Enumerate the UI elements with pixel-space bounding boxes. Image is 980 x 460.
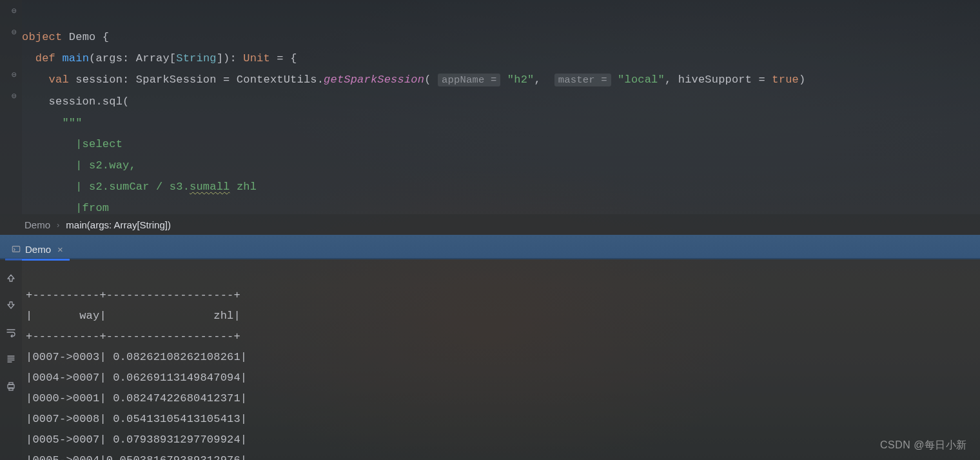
code-string: "local" [618,74,665,86]
console-line: +----------+-------------------+ [26,330,240,343]
console-line: |0005->0004|0.050381679389312976| [26,454,247,460]
breadcrumb-item[interactable]: main(args: Array[String]) [66,219,171,230]
fold-marker-icon[interactable]: ⊖ [12,92,17,101]
fold-marker-icon[interactable]: ⊖ [12,28,17,37]
code-line: session.sql( [49,95,130,108]
console-toolbar [0,259,22,460]
code-keyword: val [49,74,69,86]
run-tab-label: Demo [25,244,51,255]
console-output[interactable]: +----------+-------------------+ | way| … [26,265,967,460]
svg-rect-3 [9,388,13,390]
svg-rect-0 [12,246,19,252]
scroll-to-end-icon[interactable] [4,352,18,366]
console-line: |0000->0001| 0.08247422680412371| [26,392,247,405]
run-tab-demo[interactable]: Demo × [5,239,70,259]
code-string: """ [62,117,82,129]
fold-marker-icon[interactable]: ⊖ [12,7,17,15]
down-stack-icon[interactable] [4,298,18,312]
code-editor[interactable]: object Demo { def main(args: Array[Strin… [22,5,967,214]
console-line: |0007->0008| 0.05413105413105413| [26,413,247,425]
fold-marker-icon[interactable]: ⊖ [12,71,17,79]
svg-rect-2 [9,383,13,385]
editor-gutter[interactable]: ⊖ ⊖ ⊖ ⊖ [0,0,22,214]
chevron-right-icon: › [57,220,59,230]
up-stack-icon[interactable] [4,271,18,285]
code-function: main [62,52,89,65]
console-line: |0007->0003| 0.08262108262108261| [26,351,247,363]
run-tool-window-header: Demo × [0,235,980,259]
parameter-hint: appName = [438,74,501,86]
code-identifier: Demo [69,31,96,43]
watermark: CSDN @每日小新 [880,439,967,452]
console-line: |0005->0007| 0.07938931297709924| [26,434,247,446]
code-string: |select [75,138,122,150]
parameter-hint: master = [554,74,611,86]
code-method: getSparkSession [324,74,424,86]
code-string: "h2" [507,74,534,86]
run-config-icon [12,245,21,254]
code-warning: sumall [190,181,230,193]
console-line: | way| zhl| [26,310,240,322]
console-line: +----------+-------------------+ [26,289,240,301]
breadcrumb-item[interactable]: Demo [24,219,50,230]
print-icon[interactable] [4,379,18,394]
code-string: |from [75,202,109,214]
soft-wrap-icon[interactable] [4,325,18,339]
code-keyword: object [22,31,62,43]
code-string: | s2.way, [75,159,136,172]
breadcrumb: Demo › main(args: Array[String]) [0,214,980,235]
code-keyword: def [35,52,55,65]
console-line: |0004->0007| 0.06269113149847094| [26,372,247,384]
code-type: String [176,52,216,65]
close-icon[interactable]: × [57,244,63,255]
